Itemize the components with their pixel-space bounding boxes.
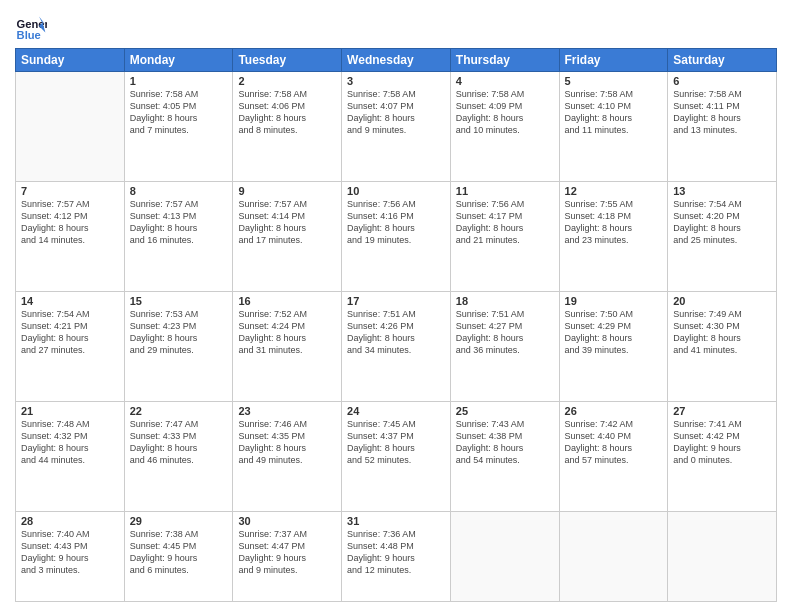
- calendar-cell: 10Sunrise: 7:56 AMSunset: 4:16 PMDayligh…: [342, 182, 451, 292]
- day-number: 26: [565, 405, 663, 417]
- day-header-tuesday: Tuesday: [233, 49, 342, 72]
- day-info: Sunrise: 7:58 AMSunset: 4:07 PMDaylight:…: [347, 88, 445, 137]
- day-info: Sunrise: 7:41 AMSunset: 4:42 PMDaylight:…: [673, 418, 771, 467]
- day-number: 23: [238, 405, 336, 417]
- day-number: 27: [673, 405, 771, 417]
- day-number: 5: [565, 75, 663, 87]
- day-header-thursday: Thursday: [450, 49, 559, 72]
- day-info: Sunrise: 7:38 AMSunset: 4:45 PMDaylight:…: [130, 528, 228, 577]
- day-number: 12: [565, 185, 663, 197]
- day-info: Sunrise: 7:45 AMSunset: 4:37 PMDaylight:…: [347, 418, 445, 467]
- calendar-cell: [559, 512, 668, 602]
- day-header-wednesday: Wednesday: [342, 49, 451, 72]
- day-number: 25: [456, 405, 554, 417]
- day-info: Sunrise: 7:54 AMSunset: 4:20 PMDaylight:…: [673, 198, 771, 247]
- calendar-cell: 7Sunrise: 7:57 AMSunset: 4:12 PMDaylight…: [16, 182, 125, 292]
- day-number: 29: [130, 515, 228, 527]
- day-info: Sunrise: 7:54 AMSunset: 4:21 PMDaylight:…: [21, 308, 119, 357]
- day-number: 17: [347, 295, 445, 307]
- calendar-cell: 1Sunrise: 7:58 AMSunset: 4:05 PMDaylight…: [124, 72, 233, 182]
- day-header-friday: Friday: [559, 49, 668, 72]
- day-header-monday: Monday: [124, 49, 233, 72]
- calendar-cell: 17Sunrise: 7:51 AMSunset: 4:26 PMDayligh…: [342, 292, 451, 402]
- day-number: 8: [130, 185, 228, 197]
- day-info: Sunrise: 7:37 AMSunset: 4:47 PMDaylight:…: [238, 528, 336, 577]
- day-number: 9: [238, 185, 336, 197]
- header: General Blue: [15, 10, 777, 42]
- day-info: Sunrise: 7:49 AMSunset: 4:30 PMDaylight:…: [673, 308, 771, 357]
- day-number: 11: [456, 185, 554, 197]
- calendar-cell: 16Sunrise: 7:52 AMSunset: 4:24 PMDayligh…: [233, 292, 342, 402]
- calendar-cell: 12Sunrise: 7:55 AMSunset: 4:18 PMDayligh…: [559, 182, 668, 292]
- day-info: Sunrise: 7:51 AMSunset: 4:27 PMDaylight:…: [456, 308, 554, 357]
- day-number: 7: [21, 185, 119, 197]
- calendar-cell: 6Sunrise: 7:58 AMSunset: 4:11 PMDaylight…: [668, 72, 777, 182]
- week-row-1: 7Sunrise: 7:57 AMSunset: 4:12 PMDaylight…: [16, 182, 777, 292]
- day-header-saturday: Saturday: [668, 49, 777, 72]
- calendar-cell: 31Sunrise: 7:36 AMSunset: 4:48 PMDayligh…: [342, 512, 451, 602]
- day-number: 1: [130, 75, 228, 87]
- calendar-cell: 26Sunrise: 7:42 AMSunset: 4:40 PMDayligh…: [559, 402, 668, 512]
- day-number: 31: [347, 515, 445, 527]
- calendar-cell: 18Sunrise: 7:51 AMSunset: 4:27 PMDayligh…: [450, 292, 559, 402]
- week-row-3: 21Sunrise: 7:48 AMSunset: 4:32 PMDayligh…: [16, 402, 777, 512]
- day-info: Sunrise: 7:57 AMSunset: 4:13 PMDaylight:…: [130, 198, 228, 247]
- calendar-cell: 11Sunrise: 7:56 AMSunset: 4:17 PMDayligh…: [450, 182, 559, 292]
- day-info: Sunrise: 7:57 AMSunset: 4:14 PMDaylight:…: [238, 198, 336, 247]
- calendar-cell: 8Sunrise: 7:57 AMSunset: 4:13 PMDaylight…: [124, 182, 233, 292]
- calendar-cell: 23Sunrise: 7:46 AMSunset: 4:35 PMDayligh…: [233, 402, 342, 512]
- day-number: 4: [456, 75, 554, 87]
- day-info: Sunrise: 7:40 AMSunset: 4:43 PMDaylight:…: [21, 528, 119, 577]
- day-number: 2: [238, 75, 336, 87]
- day-number: 19: [565, 295, 663, 307]
- calendar-cell: 14Sunrise: 7:54 AMSunset: 4:21 PMDayligh…: [16, 292, 125, 402]
- day-info: Sunrise: 7:51 AMSunset: 4:26 PMDaylight:…: [347, 308, 445, 357]
- day-number: 18: [456, 295, 554, 307]
- calendar-cell: 30Sunrise: 7:37 AMSunset: 4:47 PMDayligh…: [233, 512, 342, 602]
- calendar-cell: 13Sunrise: 7:54 AMSunset: 4:20 PMDayligh…: [668, 182, 777, 292]
- calendar-cell: 25Sunrise: 7:43 AMSunset: 4:38 PMDayligh…: [450, 402, 559, 512]
- day-number: 30: [238, 515, 336, 527]
- calendar-cell: 20Sunrise: 7:49 AMSunset: 4:30 PMDayligh…: [668, 292, 777, 402]
- calendar-cell: 19Sunrise: 7:50 AMSunset: 4:29 PMDayligh…: [559, 292, 668, 402]
- week-row-4: 28Sunrise: 7:40 AMSunset: 4:43 PMDayligh…: [16, 512, 777, 602]
- calendar-body: 1Sunrise: 7:58 AMSunset: 4:05 PMDaylight…: [16, 72, 777, 602]
- calendar-cell: [450, 512, 559, 602]
- day-number: 14: [21, 295, 119, 307]
- calendar-cell: 29Sunrise: 7:38 AMSunset: 4:45 PMDayligh…: [124, 512, 233, 602]
- day-number: 22: [130, 405, 228, 417]
- day-number: 20: [673, 295, 771, 307]
- day-info: Sunrise: 7:47 AMSunset: 4:33 PMDaylight:…: [130, 418, 228, 467]
- page: General Blue SundayMondayTuesdayWednesda…: [0, 0, 792, 612]
- calendar-header-row: SundayMondayTuesdayWednesdayThursdayFrid…: [16, 49, 777, 72]
- day-info: Sunrise: 7:58 AMSunset: 4:10 PMDaylight:…: [565, 88, 663, 137]
- day-info: Sunrise: 7:56 AMSunset: 4:17 PMDaylight:…: [456, 198, 554, 247]
- calendar-cell: 21Sunrise: 7:48 AMSunset: 4:32 PMDayligh…: [16, 402, 125, 512]
- day-info: Sunrise: 7:58 AMSunset: 4:05 PMDaylight:…: [130, 88, 228, 137]
- calendar-cell: 27Sunrise: 7:41 AMSunset: 4:42 PMDayligh…: [668, 402, 777, 512]
- day-info: Sunrise: 7:48 AMSunset: 4:32 PMDaylight:…: [21, 418, 119, 467]
- day-info: Sunrise: 7:43 AMSunset: 4:38 PMDaylight:…: [456, 418, 554, 467]
- day-info: Sunrise: 7:50 AMSunset: 4:29 PMDaylight:…: [565, 308, 663, 357]
- calendar-table: SundayMondayTuesdayWednesdayThursdayFrid…: [15, 48, 777, 602]
- day-info: Sunrise: 7:52 AMSunset: 4:24 PMDaylight:…: [238, 308, 336, 357]
- calendar-cell: 9Sunrise: 7:57 AMSunset: 4:14 PMDaylight…: [233, 182, 342, 292]
- calendar-cell: 2Sunrise: 7:58 AMSunset: 4:06 PMDaylight…: [233, 72, 342, 182]
- day-info: Sunrise: 7:42 AMSunset: 4:40 PMDaylight:…: [565, 418, 663, 467]
- day-info: Sunrise: 7:53 AMSunset: 4:23 PMDaylight:…: [130, 308, 228, 357]
- day-number: 24: [347, 405, 445, 417]
- day-info: Sunrise: 7:46 AMSunset: 4:35 PMDaylight:…: [238, 418, 336, 467]
- day-number: 13: [673, 185, 771, 197]
- calendar-cell: 28Sunrise: 7:40 AMSunset: 4:43 PMDayligh…: [16, 512, 125, 602]
- week-row-0: 1Sunrise: 7:58 AMSunset: 4:05 PMDaylight…: [16, 72, 777, 182]
- day-info: Sunrise: 7:58 AMSunset: 4:06 PMDaylight:…: [238, 88, 336, 137]
- calendar-cell: [668, 512, 777, 602]
- calendar-cell: 4Sunrise: 7:58 AMSunset: 4:09 PMDaylight…: [450, 72, 559, 182]
- day-info: Sunrise: 7:58 AMSunset: 4:09 PMDaylight:…: [456, 88, 554, 137]
- calendar-cell: 22Sunrise: 7:47 AMSunset: 4:33 PMDayligh…: [124, 402, 233, 512]
- logo: General Blue: [15, 10, 51, 42]
- calendar-cell: [16, 72, 125, 182]
- week-row-2: 14Sunrise: 7:54 AMSunset: 4:21 PMDayligh…: [16, 292, 777, 402]
- day-info: Sunrise: 7:56 AMSunset: 4:16 PMDaylight:…: [347, 198, 445, 247]
- day-number: 6: [673, 75, 771, 87]
